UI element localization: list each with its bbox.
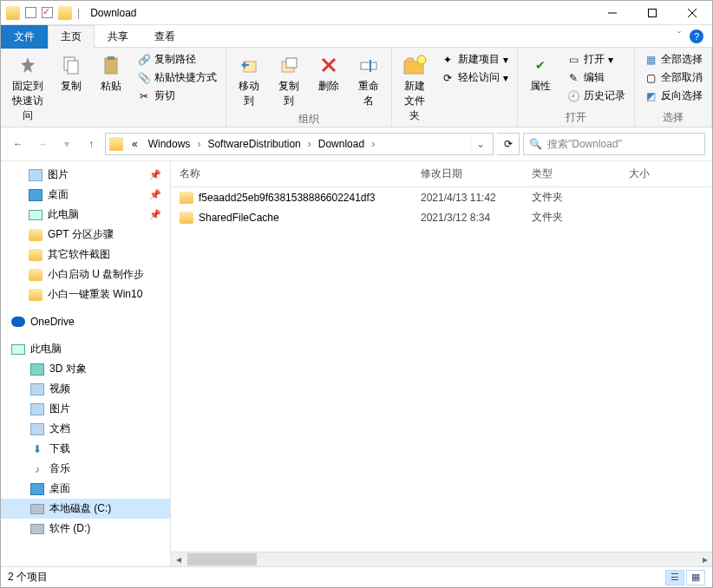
folder-icon (29, 249, 43, 261)
breadcrumb-segment[interactable]: Download (313, 135, 370, 153)
sidebar-item[interactable]: 图片📌 (1, 165, 170, 185)
tab-file[interactable]: 文件 (1, 25, 48, 49)
history-button[interactable]: 🕘历史记录 (563, 88, 629, 104)
column-name[interactable]: 名称 (171, 161, 412, 186)
sidebar-item[interactable]: 其它软件截图 (1, 245, 170, 265)
easy-access-button[interactable]: ⟳轻松访问 ▾ (437, 69, 512, 86)
sidebar-item[interactable]: 小白启动 U 盘制作步 (1, 265, 170, 284)
select-none-icon: ▢ (644, 71, 657, 85)
back-button[interactable]: ← (8, 134, 29, 154)
drive-icon (30, 504, 44, 514)
sidebar-item-label: 图片 (49, 402, 70, 416)
sidebar-item[interactable]: ⬇下载 (1, 439, 170, 459)
sidebar-item[interactable]: 桌面 (1, 479, 170, 499)
folder-icon (180, 192, 193, 204)
scroll-left-icon[interactable]: ◂ (171, 552, 186, 567)
horizontal-scrollbar[interactable]: ◂ ▸ (171, 552, 712, 566)
sidebar-item-label: 文档 (49, 421, 70, 436)
chevron-right-icon[interactable]: › (306, 138, 313, 150)
tab-share[interactable]: 共享 (95, 25, 141, 49)
invert-selection-button[interactable]: ◩反向选择 (640, 88, 706, 104)
sidebar-item[interactable]: 桌面📌 (1, 185, 170, 205)
column-type[interactable]: 类型 (523, 161, 620, 186)
sidebar-item-label: 3D 对象 (49, 362, 87, 376)
sidebar-item[interactable]: 3D 对象 (1, 359, 170, 379)
tab-home[interactable]: 主页 (48, 25, 95, 49)
column-modified[interactable]: 修改日期 (412, 161, 523, 186)
sidebar-item-label: 软件 (D:) (49, 521, 90, 536)
help-icon[interactable]: ? (690, 29, 703, 43)
tab-view[interactable]: 查看 (141, 25, 188, 49)
search-input[interactable]: 🔍 搜索"Download" (523, 133, 705, 155)
rename-button[interactable]: 重命名 (351, 51, 386, 110)
table-row[interactable]: SharedFileCache 2021/3/12 8:34 文件夹 (171, 207, 712, 227)
new-folder-icon (402, 53, 427, 77)
breadcrumb-dropdown[interactable]: ⌄ (470, 134, 489, 154)
table-row[interactable]: f5eaadd25eb9f6381538886602241df3 2021/4/… (171, 187, 712, 207)
select-none-button[interactable]: ▢全部取消 (640, 69, 706, 86)
qa-checkbox-2[interactable] (42, 7, 53, 18)
svg-rect-8 (244, 62, 256, 72)
open-button[interactable]: ▭打开 ▾ (563, 51, 629, 68)
move-to-button[interactable]: 移动到 (232, 51, 266, 110)
qa-checkbox-1[interactable] (25, 7, 36, 18)
invert-icon: ◩ (644, 89, 657, 103)
chevron-right-icon[interactable]: › (370, 138, 376, 150)
sidebar-item-label: 桌面 (49, 481, 70, 496)
sidebar-item[interactable]: GPT 分区步骤 (1, 225, 170, 245)
title-separator: | (77, 7, 80, 19)
breadcrumb-overflow[interactable]: « (127, 135, 143, 153)
delete-button[interactable]: 删除 (311, 51, 346, 95)
sidebar-item-thispc[interactable]: 此电脑 (1, 339, 170, 359)
scroll-right-icon[interactable]: ▸ (697, 552, 712, 567)
edit-icon: ✎ (566, 71, 580, 85)
edit-button[interactable]: ✎编辑 (563, 69, 629, 86)
sidebar-item[interactable]: 图片 (1, 399, 170, 419)
folder-icon (29, 269, 43, 281)
pin-to-quick-access-button[interactable]: 固定到快速访问 (6, 51, 49, 125)
path-icon: 🔗 (137, 53, 151, 67)
cut-icon: ✂ (137, 89, 151, 103)
breadcrumb-segment[interactable]: SoftwareDistribution (202, 135, 305, 153)
sidebar-item[interactable]: 视频 (1, 379, 170, 399)
view-icons-button[interactable]: ▦ (686, 570, 705, 585)
collapse-ribbon-icon[interactable]: ˇ (677, 30, 681, 42)
copy-to-button[interactable]: 复制到 (271, 51, 306, 110)
refresh-button[interactable]: ⟳ (497, 133, 520, 155)
sidebar-item[interactable]: 此电脑📌 (1, 205, 170, 225)
column-size[interactable]: 大小 (620, 161, 712, 186)
file-name: f5eaadd25eb9f6381538886602241df3 (199, 192, 376, 204)
cut-button[interactable]: ✂剪切 (134, 88, 220, 104)
sidebar-item[interactable]: ♪音乐 (1, 459, 170, 479)
paste-shortcut-button[interactable]: 📎粘贴快捷方式 (134, 69, 220, 86)
forward-button[interactable]: → (32, 134, 53, 154)
properties-button[interactable]: ✔ 属性 (523, 51, 558, 95)
navigation-pane[interactable]: 图片📌桌面📌此电脑📌GPT 分区步骤其它软件截图小白启动 U 盘制作步小白一键重… (1, 161, 171, 566)
scroll-thumb[interactable] (187, 553, 257, 565)
new-item-button[interactable]: ✦新建项目 ▾ (437, 51, 512, 68)
chevron-right-icon[interactable]: › (195, 138, 202, 150)
new-folder-button[interactable]: 新建 文件夹 (397, 51, 432, 125)
close-button[interactable] (672, 1, 712, 25)
breadcrumb[interactable]: « Windows › SoftwareDistribution › Downl… (105, 133, 494, 155)
copy-path-button[interactable]: 🔗复制路径 (134, 51, 220, 68)
view-details-button[interactable]: ☰ (665, 570, 684, 585)
paste-button[interactable]: 粘贴 (94, 51, 128, 95)
pin-icon: 📌 (149, 169, 167, 180)
sidebar-item[interactable]: 本地磁盘 (C:) (1, 499, 170, 519)
minimize-button[interactable] (592, 1, 632, 25)
sidebar-item-label: 小白启动 U 盘制作步 (48, 267, 144, 282)
sidebar-item[interactable]: 小白一键重装 Win10 (1, 284, 170, 304)
pc-icon (11, 344, 25, 355)
breadcrumb-segment[interactable]: Windows (143, 135, 196, 153)
file-list-pane: 名称 修改日期 类型 大小 f5eaadd25eb9f6381538886602… (171, 161, 712, 566)
sidebar-item[interactable]: 软件 (D:) (1, 519, 170, 539)
sidebar-item-label: 桌面 (48, 187, 69, 202)
select-all-button[interactable]: ▦全部选择 (640, 51, 706, 68)
sidebar-item[interactable]: 文档 (1, 419, 170, 439)
recent-dropdown[interactable]: ▾ (56, 134, 77, 154)
copy-button[interactable]: 复制 (54, 51, 88, 95)
maximize-button[interactable] (632, 1, 672, 25)
up-button[interactable]: ↑ (81, 134, 101, 154)
sidebar-item-onedrive[interactable]: OneDrive (1, 313, 170, 330)
